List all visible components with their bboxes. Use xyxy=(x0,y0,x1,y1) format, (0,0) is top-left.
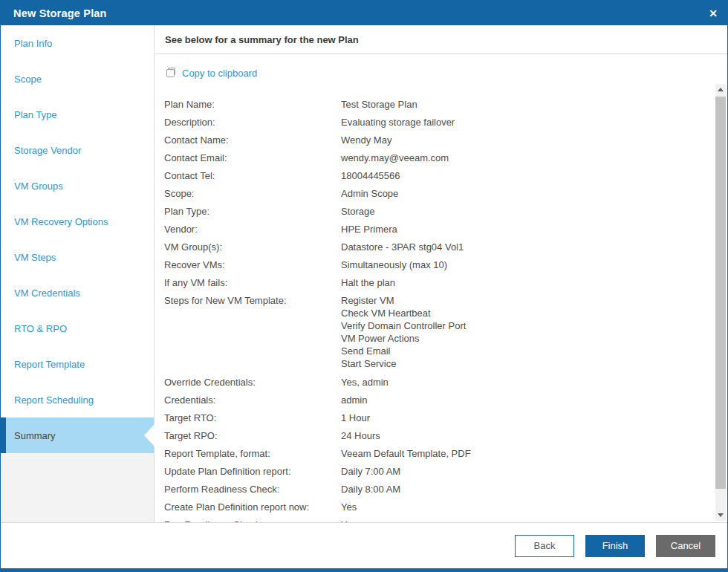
summary-row-value: Yes xyxy=(341,501,357,513)
sidebar-item-label: Report Scheduling xyxy=(14,394,94,406)
sidebar-filler xyxy=(1,453,154,522)
sidebar-item-label: Storage Vendor xyxy=(14,145,81,156)
sidebar-item-label: Report Template xyxy=(14,359,85,370)
sidebar-item-label: VM Recovery Options xyxy=(14,216,108,227)
summary-row-value: Daily 7:00 AM xyxy=(341,466,400,477)
summary-scroll-viewport: Plan Name:Test Storage PlanDescription:E… xyxy=(155,84,715,522)
summary-row-value: Wendy May xyxy=(341,134,391,146)
summary-row-value: admin xyxy=(341,394,367,406)
summary-row: Credentials:admin xyxy=(164,391,715,409)
dialog-title: New Storage Plan xyxy=(13,7,107,19)
sidebar-item-scope[interactable]: Scope xyxy=(1,61,154,97)
sidebar-item-label: Plan Type xyxy=(14,109,57,120)
summary-row-value: Storage xyxy=(341,206,375,217)
wizard-steps: Plan InfoScopePlan TypeStorage VendorVM … xyxy=(1,25,155,522)
summary-row-value: wendy.may@veeam.com xyxy=(341,152,449,163)
summary-row-value: Evaluating storage failover xyxy=(341,117,455,128)
sidebar-item-vm-groups[interactable]: VM Groups xyxy=(1,168,154,204)
summary-row-value: Register VMCheck VM HeartbeatVerify Doma… xyxy=(341,294,466,370)
summary-row-label: Perform Readiness Check: xyxy=(164,484,341,495)
summary-row-label: Recover VMs: xyxy=(164,259,341,270)
summary-row-label: Override Credentials: xyxy=(164,377,341,388)
summary-row-label: Target RPO: xyxy=(164,430,341,441)
summary-row-value: 18004445566 xyxy=(341,170,400,181)
sidebar-item-vm-steps[interactable]: VM Steps xyxy=(1,239,154,275)
summary-row-label: Update Plan Definition report: xyxy=(164,466,341,477)
summary-row: Run Readiness Check now:Yes xyxy=(164,516,715,522)
summary-row-value: 1 Hour xyxy=(341,412,370,423)
sidebar-item-summary[interactable]: Summary xyxy=(1,417,154,453)
summary-row: Create Plan Definition report now:Yes xyxy=(164,498,715,516)
summary-row: Contact Tel:18004445566 xyxy=(164,166,715,184)
summary-row-value: 24 Hours xyxy=(341,430,380,441)
summary-row-label: If any VM fails: xyxy=(164,277,341,288)
summary-row-label: Create Plan Definition report now: xyxy=(164,501,341,513)
sidebar-item-label: Scope xyxy=(14,74,42,85)
cancel-button[interactable]: Cancel xyxy=(656,535,715,557)
sidebar-item-plan-info[interactable]: Plan Info xyxy=(1,25,154,61)
sidebar-item-label: VM Credentials xyxy=(14,287,80,299)
vertical-scrollbar[interactable] xyxy=(715,84,726,521)
summary-row-value: HPE Primera xyxy=(341,224,397,235)
sidebar-item-label: Summary xyxy=(14,430,56,441)
summary-row-value: Daily 8:00 AM xyxy=(341,484,400,495)
summary-row-label: Plan Name: xyxy=(164,99,341,110)
summary-row-value: Datastore - 3PAR stg04 Vol1 xyxy=(341,241,464,253)
summary-row-label: Vendor: xyxy=(164,224,341,235)
summary-row: Target RTO:1 Hour xyxy=(164,409,715,426)
sidebar-item-vm-credentials[interactable]: VM Credentials xyxy=(1,275,154,311)
summary-row-label: Contact Email: xyxy=(164,152,341,163)
dialog-titlebar: New Storage Plan ✕ xyxy=(1,1,727,25)
summary-row: Override Credentials:Yes, admin xyxy=(164,373,715,391)
summary-row: Plan Name:Test Storage Plan xyxy=(164,95,715,113)
summary-row-value: Yes, admin xyxy=(341,377,389,388)
summary-row: Update Plan Definition report:Daily 7:00… xyxy=(164,462,715,480)
summary-row-label: Steps for New VM Template: xyxy=(164,294,341,307)
summary-row-value: Admin Scope xyxy=(341,188,398,199)
sidebar-item-report-scheduling[interactable]: Report Scheduling xyxy=(1,382,154,417)
summary-row: Contact Email:wendy.may@veeam.com xyxy=(164,149,715,166)
summary-row: Perform Readiness Check:Daily 8:00 AM xyxy=(164,480,715,498)
summary-row-value: Halt the plan xyxy=(341,277,395,288)
sidebar-item-storage-vendor[interactable]: Storage Vendor xyxy=(1,132,154,168)
summary-row-label: Target RTO: xyxy=(164,412,341,423)
summary-row: If any VM fails:Halt the plan xyxy=(164,273,715,291)
summary-rows: Plan Name:Test Storage PlanDescription:E… xyxy=(155,84,715,522)
summary-row: Report Template, format:Veeam Default Te… xyxy=(164,444,715,462)
dialog-footer: Back Finish Cancel xyxy=(1,522,727,568)
summary-row: Steps for New VM Template:Register VMChe… xyxy=(164,291,715,373)
summary-row-label: Description: xyxy=(164,117,341,128)
summary-row: Description:Evaluating storage failover xyxy=(164,113,715,131)
back-button[interactable]: Back xyxy=(515,535,574,557)
summary-row-label: Contact Name: xyxy=(164,134,341,146)
scrollbar-thumb[interactable] xyxy=(715,97,726,489)
close-icon[interactable]: ✕ xyxy=(709,8,718,19)
dialog-bottom-accent-bar xyxy=(1,568,727,571)
copy-icon xyxy=(165,67,177,79)
sidebar-item-report-template[interactable]: Report Template xyxy=(1,346,154,382)
summary-row-value: Simultaneously (max 10) xyxy=(341,259,447,270)
summary-row-label: Plan Type: xyxy=(164,206,341,217)
summary-row: Recover VMs:Simultaneously (max 10) xyxy=(164,256,715,273)
finish-button[interactable]: Finish xyxy=(585,535,645,557)
copy-to-clipboard-link[interactable]: Copy to clipboard xyxy=(165,64,257,82)
summary-row: VM Group(s):Datastore - 3PAR stg04 Vol1 xyxy=(164,238,715,256)
sidebar-item-plan-type[interactable]: Plan Type xyxy=(1,97,154,132)
summary-row: Vendor:HPE Primera xyxy=(164,220,715,238)
sidebar-item-vm-recovery-options[interactable]: VM Recovery Options xyxy=(1,204,154,239)
sidebar-item-label: RTO & RPO xyxy=(14,323,67,334)
summary-row: Scope:Admin Scope xyxy=(164,184,715,202)
sidebar-item-rto-rpo[interactable]: RTO & RPO xyxy=(1,311,154,346)
summary-row-value: Veeam Default Template, PDF xyxy=(341,448,471,459)
scrollbar-down-arrow-icon[interactable] xyxy=(718,513,724,517)
scrollbar-up-arrow-icon[interactable] xyxy=(718,88,724,91)
summary-row: Plan Type:Storage xyxy=(164,202,715,220)
summary-row-value: Test Storage Plan xyxy=(341,99,417,110)
copy-link-label: Copy to clipboard xyxy=(182,68,257,79)
summary-row-label: Credentials: xyxy=(164,394,341,406)
summary-row-label: Scope: xyxy=(164,188,341,199)
summary-row: Target RPO:24 Hours xyxy=(164,426,715,444)
new-storage-plan-dialog: New Storage Plan ✕ Plan InfoScopePlan Ty… xyxy=(0,0,728,572)
sidebar-item-label: Plan Info xyxy=(14,38,52,49)
panel-header: See below for a summary for the new Plan xyxy=(155,25,727,54)
